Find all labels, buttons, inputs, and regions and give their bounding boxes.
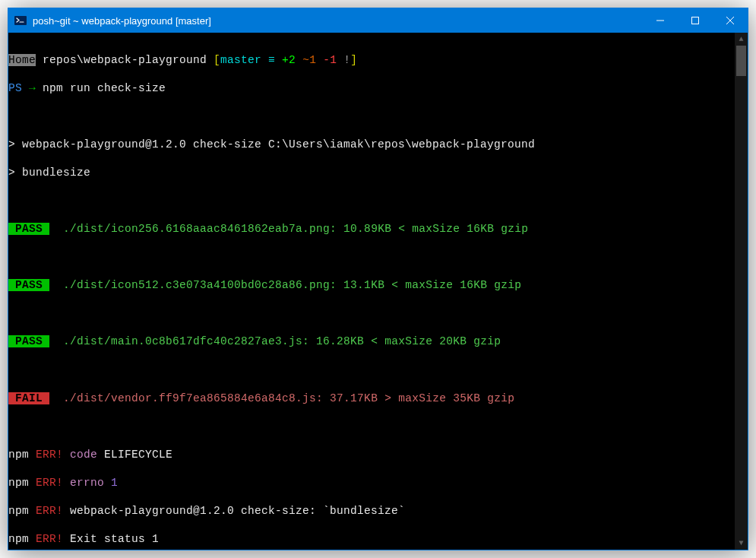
- titlebar[interactable]: posh~git ~ webpack-playground [master]: [8, 8, 748, 33]
- window-controls: [643, 8, 748, 33]
- window-title: posh~git ~ webpack-playground [master]: [33, 15, 643, 27]
- npm-script-header: > webpack-playground@1.2.0 check-size C:…: [8, 138, 735, 152]
- terminal-window: posh~git ~ webpack-playground [master] H…: [8, 8, 748, 550]
- scroll-up-icon[interactable]: ▲: [735, 33, 748, 46]
- npm-error-line: npm ERR! errno 1: [8, 476, 735, 490]
- minimize-button[interactable]: [643, 8, 678, 33]
- prompt-home: Home: [8, 54, 36, 66]
- result-row: PASS ./dist/icon256.6168aaac8461862eab7a…: [8, 222, 735, 236]
- result-row: PASS ./dist/icon512.c3e073a4100bd0c28a86…: [8, 278, 735, 293]
- terminal-output[interactable]: Home repos\webpack-playground [master ≡ …: [8, 33, 735, 550]
- scroll-down-icon[interactable]: ▼: [735, 537, 748, 550]
- result-row: PASS ./dist/main.0c8b617dfc40c2827ae3.js…: [8, 334, 735, 349]
- scrollbar-thumb[interactable]: [736, 46, 746, 76]
- status-badge: PASS: [8, 279, 49, 291]
- status-badge: FAIL: [8, 392, 49, 404]
- status-badge: PASS: [8, 335, 49, 347]
- powershell-icon: [14, 14, 27, 27]
- scrollbar-track[interactable]: [735, 46, 748, 537]
- npm-error-line: npm ERR! Exit status 1: [8, 532, 735, 547]
- maximize-button[interactable]: [678, 8, 713, 33]
- status-badge: PASS: [8, 223, 49, 235]
- svg-rect-2: [692, 17, 699, 24]
- command-text: npm run check-size: [43, 82, 166, 94]
- ps-prompt: PS: [8, 82, 22, 94]
- result-row: FAIL ./dist/vendor.ff9f7ea865884e6a84c8.…: [8, 392, 735, 406]
- svg-rect-0: [14, 16, 27, 25]
- scrollbar[interactable]: ▲ ▼: [735, 33, 748, 550]
- npm-error-line: npm ERR! webpack-playground@1.2.0 check-…: [8, 504, 735, 518]
- npm-error-line: npm ERR! code ELIFECYCLE: [8, 448, 735, 462]
- close-button[interactable]: [713, 8, 748, 33]
